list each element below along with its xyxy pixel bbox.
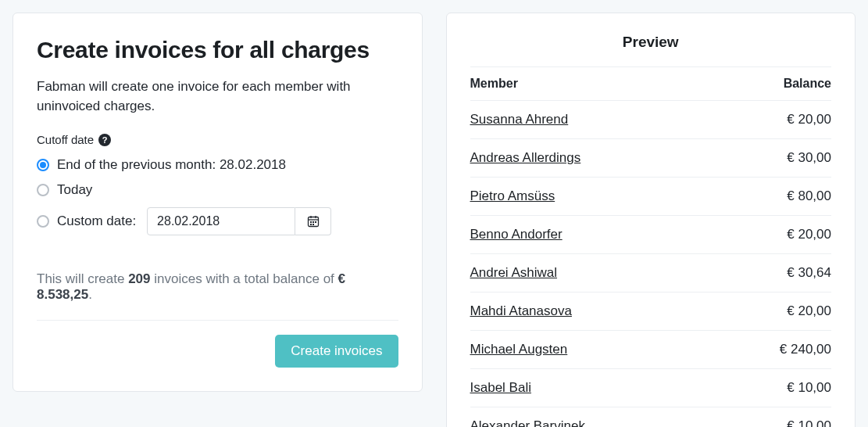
balance-cell: € 30,00 <box>720 139 831 178</box>
member-link[interactable]: Susanna Ahrend <box>470 112 569 127</box>
help-icon[interactable]: ? <box>98 134 111 146</box>
page-description: Fabman will create one invoice for each … <box>37 77 398 116</box>
radio-custom[interactable] <box>37 215 49 228</box>
balance-cell: € 10,00 <box>720 407 831 428</box>
member-link[interactable]: Benno Andorfer <box>470 227 563 242</box>
preview-table: Member Balance Susanna Ahrend€ 20,00Andr… <box>470 66 832 427</box>
custom-date-group <box>147 207 331 235</box>
radio-custom-label: Custom date: <box>57 214 136 229</box>
table-row: Isabel Bali€ 10,00 <box>470 369 832 407</box>
member-link[interactable]: Andreas Allerdings <box>470 150 581 165</box>
table-row: Pietro Amsüss€ 80,00 <box>470 178 832 216</box>
table-row: Susanna Ahrend€ 20,00 <box>470 101 832 139</box>
balance-cell: € 20,00 <box>720 101 831 139</box>
member-link[interactable]: Pietro Amsüss <box>470 188 555 203</box>
balance-cell: € 20,00 <box>720 216 831 254</box>
cutoff-radio-group: End of the previous month: 28.02.2018 To… <box>37 152 398 240</box>
preview-panel: Preview Member Balance Susanna Ahrend€ 2… <box>446 13 856 427</box>
radio-custom-row[interactable]: Custom date: <box>37 203 398 240</box>
balance-cell: € 240,00 <box>720 331 831 369</box>
table-row: Andreas Allerdings€ 30,00 <box>470 139 832 178</box>
svg-rect-8 <box>313 224 314 225</box>
cutoff-date-text: Cutoff date <box>37 133 94 146</box>
radio-today-label: Today <box>57 182 92 198</box>
calendar-button[interactable] <box>295 207 331 235</box>
cutoff-date-label: Cutoff date ? <box>37 133 398 146</box>
svg-rect-6 <box>315 221 316 223</box>
svg-rect-4 <box>310 221 312 223</box>
table-row: Mahdi Atanasova€ 20,00 <box>470 292 832 331</box>
summary-text: This will create 209 invoices with a tot… <box>37 271 398 321</box>
balance-cell: € 20,00 <box>720 292 831 331</box>
balance-cell: € 30,64 <box>720 254 831 292</box>
svg-rect-7 <box>310 224 312 225</box>
radio-today[interactable] <box>37 184 49 196</box>
radio-today-row[interactable]: Today <box>37 178 398 203</box>
radio-prev-month-row[interactable]: End of the previous month: 28.02.2018 <box>37 152 398 178</box>
svg-rect-5 <box>313 221 314 223</box>
create-invoices-button[interactable]: Create invoices <box>275 335 398 368</box>
member-link[interactable]: Mahdi Atanasova <box>470 303 572 318</box>
actions-bar: Create invoices <box>37 321 398 368</box>
table-row: Andrei Ashiwal€ 30,64 <box>470 254 832 292</box>
preview-title: Preview <box>470 29 832 66</box>
radio-prev-month[interactable] <box>37 159 49 171</box>
table-row: Alexander Barvinek€ 10,00 <box>470 407 832 428</box>
custom-date-input[interactable] <box>147 207 295 235</box>
invoice-count: 209 <box>128 271 150 286</box>
balance-cell: € 10,00 <box>720 369 831 407</box>
member-link[interactable]: Andrei Ashiwal <box>470 265 558 280</box>
member-link[interactable]: Michael Augsten <box>470 342 568 357</box>
page-title: Create invoices for all charges <box>37 37 398 63</box>
calendar-icon <box>307 215 320 228</box>
member-link[interactable]: Alexander Barvinek <box>470 418 585 427</box>
column-header-member: Member <box>470 67 720 101</box>
member-link[interactable]: Isabel Bali <box>470 380 531 395</box>
table-row: Michael Augsten€ 240,00 <box>470 331 832 369</box>
create-invoices-panel: Create invoices for all charges Fabman w… <box>13 13 423 392</box>
table-row: Benno Andorfer€ 20,00 <box>470 216 832 254</box>
column-header-balance: Balance <box>720 67 831 101</box>
radio-prev-month-label: End of the previous month: 28.02.2018 <box>57 157 286 173</box>
balance-cell: € 80,00 <box>720 178 831 216</box>
